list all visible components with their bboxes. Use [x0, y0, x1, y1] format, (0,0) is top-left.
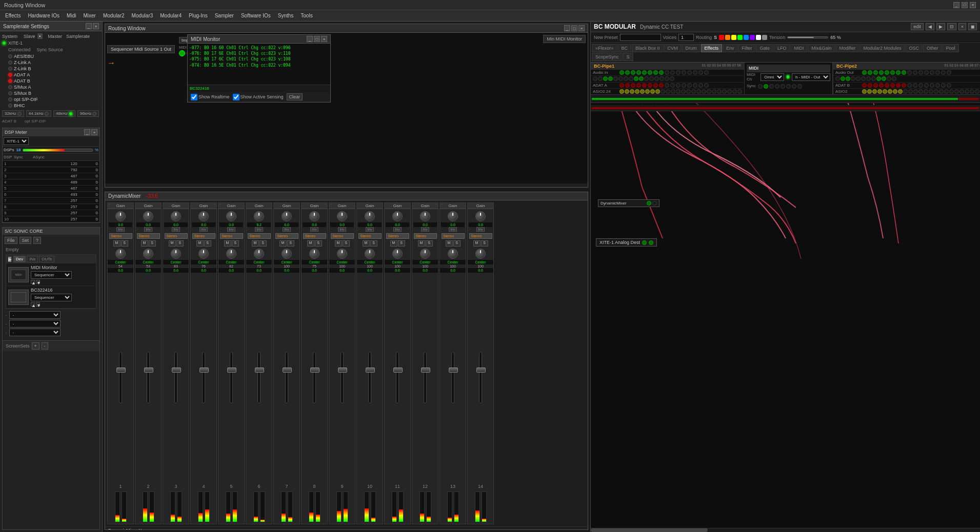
ch-s-btn-10[interactable]: S [370, 240, 377, 247]
menu-modular4[interactable]: Modular4 [157, 12, 185, 19]
cdot-gray[interactable] [762, 35, 767, 40]
dsp-device-select[interactable]: XITE-1 [4, 137, 29, 145]
bc-scroll-thumb[interactable] [591, 528, 708, 532]
menu-software-ios[interactable]: Software IOs [238, 12, 274, 19]
ch-gain-knob-11[interactable] [392, 211, 403, 221]
ch-s-btn-1[interactable]: S [121, 240, 128, 247]
cdot-blue[interactable] [744, 35, 749, 40]
ch-stereo-btn-9[interactable]: Stereo [331, 233, 354, 239]
ch-stereo-btn-4[interactable]: Stereo [192, 233, 215, 239]
ch-fader-thumb-5[interactable] [227, 367, 236, 373]
ch-stereo-btn-2[interactable]: Stereo [137, 233, 160, 239]
ch-s-btn-4[interactable]: S [204, 240, 211, 247]
ch-fader-thumb-4[interactable] [199, 367, 209, 373]
bc-tab-other[interactable]: Other [923, 44, 942, 52]
min-midi-monitor-label[interactable]: Min MIDI Monitor [543, 35, 586, 43]
ch-pan-knob-13[interactable] [448, 249, 458, 259]
ch-s-btn-13[interactable]: S [453, 240, 461, 247]
ch-inv-btn-7[interactable]: Inv [283, 227, 290, 232]
midi-monitor-min-btn[interactable]: _ [307, 36, 313, 42]
bc-tab-osc[interactable]: OSC [906, 44, 923, 52]
ch-pan-knob-5[interactable] [226, 249, 236, 259]
ch-s-btn-5[interactable]: S [232, 240, 239, 247]
sc-select-1[interactable]: - [9, 311, 61, 319]
bc-tab-s[interactable]: S [623, 53, 633, 61]
bc-btn-2[interactable]: ▶ [936, 23, 945, 30]
ch-pan-knob-2[interactable] [143, 249, 153, 259]
ch-inv-btn-6[interactable]: Inv [255, 227, 263, 232]
ch-inv-btn-8[interactable]: Inv [310, 227, 318, 232]
bc-tab-cvm[interactable]: CVM [664, 44, 682, 52]
show-active-sensing-check[interactable] [233, 94, 239, 100]
bc322416-seq-select[interactable]: Sequencer [31, 294, 72, 301]
bc-tab-gate[interactable]: Gate [756, 44, 773, 52]
show-active-sensing-label[interactable]: Show Active Sensing [233, 94, 284, 100]
ch-fader-thumb-7[interactable] [283, 367, 292, 373]
ch-m-btn-11[interactable]: M [390, 240, 397, 247]
ch-inv-btn-10[interactable]: Inv [366, 227, 373, 232]
ch-stereo-btn-11[interactable]: Stereo [386, 233, 409, 239]
midi-monitor-max-btn[interactable]: □ [314, 36, 320, 42]
ch-stereo-btn-13[interactable]: Stereo [442, 233, 465, 239]
show-realtime-label[interactable]: Show Realtime [191, 94, 230, 100]
sr-minimize[interactable]: _ [86, 23, 92, 29]
ch-m-btn-4[interactable]: M [196, 240, 204, 247]
ch-pan-knob-3[interactable] [171, 249, 181, 259]
screensets-add-btn[interactable]: + [32, 342, 39, 350]
ch-pan-knob-4[interactable] [198, 249, 209, 259]
ch-inv-btn-1[interactable]: Inv [116, 227, 124, 232]
midi-monitor-arrow-up[interactable]: ▲ [31, 280, 35, 284]
ch-gain-knob-14[interactable] [475, 211, 486, 221]
bc-tab-lfo[interactable]: LFO [774, 44, 790, 52]
bc-arrow-down[interactable]: ▼ [36, 302, 40, 306]
ch-s-btn-2[interactable]: S [149, 240, 156, 247]
bc-btn-3[interactable]: ⊟ [947, 23, 956, 30]
sc-set-btn[interactable]: Set [19, 237, 32, 244]
ch-inv-btn-2[interactable]: Inv [144, 227, 152, 232]
ch-gain-knob-6[interactable] [254, 211, 264, 221]
dsp-meter-close[interactable]: × [91, 129, 97, 135]
ch-inv-btn-3[interactable]: Inv [172, 227, 179, 232]
ch-stereo-btn-14[interactable]: Stereo [469, 233, 492, 239]
bc-tab-effects[interactable]: Effects [701, 44, 722, 52]
ch-inv-btn-5[interactable]: Inv [227, 227, 235, 232]
ch-s-btn-14[interactable]: S [481, 240, 488, 247]
voices-input[interactable] [678, 34, 694, 41]
bc-tab-scopesync[interactable]: ScopeSync [592, 53, 623, 61]
ch-gain-knob-13[interactable] [448, 211, 458, 221]
rate-96k[interactable]: 96kHz [77, 110, 99, 117]
ch-pan-knob-12[interactable] [420, 249, 430, 259]
ch-gain-knob-5[interactable] [226, 211, 236, 221]
ch-s-btn-3[interactable]: S [176, 240, 184, 247]
show-realtime-check[interactable] [191, 94, 197, 100]
ch-pan-knob-6[interactable] [254, 249, 264, 259]
ch-pan-knob-9[interactable] [337, 249, 347, 259]
rate-44k[interactable]: 44.1kHz [26, 110, 51, 117]
ch-pan-knob-14[interactable] [475, 249, 486, 259]
ch-fader-thumb-8[interactable] [310, 367, 319, 373]
ch-m-btn-13[interactable]: M [446, 240, 453, 247]
ch-fader-thumb-2[interactable] [144, 367, 153, 373]
clear-btn[interactable]: Clear [287, 93, 303, 100]
ch-pan-knob-1[interactable] [115, 249, 126, 259]
bc-tab-mixgain[interactable]: Mix&Gain [808, 44, 835, 52]
ch-fader-thumb-11[interactable] [393, 367, 403, 373]
menu-midi[interactable]: Midi [64, 12, 79, 19]
menu-modular2[interactable]: Modular2 [100, 12, 128, 19]
ch-pan-knob-10[interactable] [365, 249, 375, 259]
menu-modular3[interactable]: Modular3 [129, 12, 156, 19]
ch-pan-knob-11[interactable] [392, 249, 403, 259]
sc-select-3[interactable]: - [9, 329, 61, 336]
sc-outs-tab[interactable]: OUTs [39, 256, 54, 262]
bc-edit-btn[interactable]: edit [911, 23, 924, 30]
ch-stereo-btn-8[interactable]: Stereo [303, 233, 326, 239]
sc-select-2[interactable]: - [9, 320, 61, 328]
menu-sampler[interactable]: Sampler [212, 12, 237, 19]
ch-s-btn-12[interactable]: S [426, 240, 433, 247]
ch-gain-knob-2[interactable] [143, 211, 153, 221]
routing-min-btn[interactable]: _ [564, 25, 570, 31]
ch-m-btn-12[interactable]: M [418, 240, 425, 247]
ch-inv-btn-11[interactable]: Inv [393, 227, 401, 232]
midi-monitor-close-btn[interactable]: × [321, 36, 327, 42]
new-preset-input[interactable] [620, 34, 661, 41]
